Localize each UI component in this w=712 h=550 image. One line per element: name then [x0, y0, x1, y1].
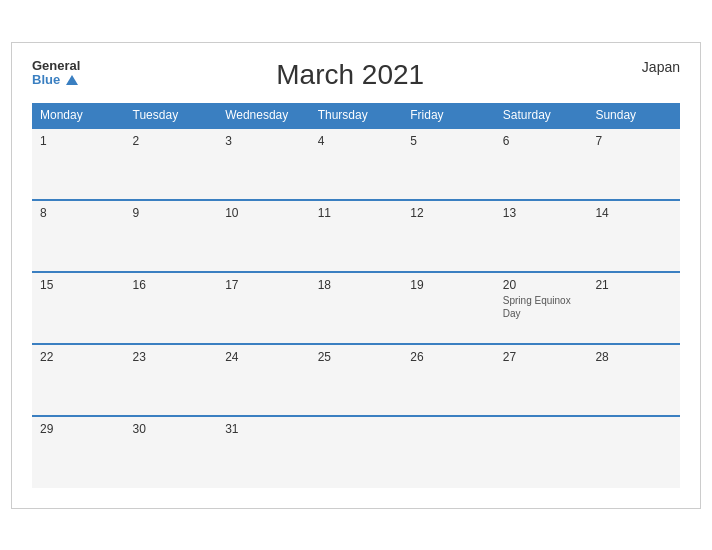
- calendar-cell: 2: [125, 128, 218, 200]
- day-number: 26: [410, 350, 487, 364]
- day-number: 17: [225, 278, 302, 292]
- column-header-sunday: Sunday: [587, 103, 680, 128]
- calendar-cell: 24: [217, 344, 310, 416]
- calendar-header-row: MondayTuesdayWednesdayThursdayFridaySatu…: [32, 103, 680, 128]
- day-number: 24: [225, 350, 302, 364]
- day-number: 7: [595, 134, 672, 148]
- day-number: 31: [225, 422, 302, 436]
- calendar-cell: 17: [217, 272, 310, 344]
- column-header-monday: Monday: [32, 103, 125, 128]
- calendar-cell: 29: [32, 416, 125, 488]
- day-number: 18: [318, 278, 395, 292]
- day-number: 3: [225, 134, 302, 148]
- day-number: 19: [410, 278, 487, 292]
- day-number: 23: [133, 350, 210, 364]
- calendar-cell: 8: [32, 200, 125, 272]
- calendar-cell: 27: [495, 344, 588, 416]
- calendar-cell: 3: [217, 128, 310, 200]
- calendar-cell: 6: [495, 128, 588, 200]
- calendar-cell: 21: [587, 272, 680, 344]
- calendar-cell: [495, 416, 588, 488]
- column-header-friday: Friday: [402, 103, 495, 128]
- day-number: 29: [40, 422, 117, 436]
- calendar-cell: 23: [125, 344, 218, 416]
- logo-general-text: General: [32, 59, 80, 73]
- week-row-3: 151617181920Spring Equinox Day21: [32, 272, 680, 344]
- calendar-cell: 31: [217, 416, 310, 488]
- logo: General Blue: [32, 59, 80, 88]
- week-row-1: 1234567: [32, 128, 680, 200]
- column-header-wednesday: Wednesday: [217, 103, 310, 128]
- column-header-tuesday: Tuesday: [125, 103, 218, 128]
- day-number: 16: [133, 278, 210, 292]
- day-number: 15: [40, 278, 117, 292]
- calendar-cell: 15: [32, 272, 125, 344]
- calendar-cell: 20Spring Equinox Day: [495, 272, 588, 344]
- calendar-cell: 9: [125, 200, 218, 272]
- calendar-cell: [587, 416, 680, 488]
- day-number: 6: [503, 134, 580, 148]
- calendar-cell: [402, 416, 495, 488]
- calendar-cell: 5: [402, 128, 495, 200]
- day-number: 8: [40, 206, 117, 220]
- day-number: 2: [133, 134, 210, 148]
- day-number: 14: [595, 206, 672, 220]
- week-row-4: 22232425262728: [32, 344, 680, 416]
- day-number: 21: [595, 278, 672, 292]
- day-number: 22: [40, 350, 117, 364]
- logo-blue-label: Blue: [32, 72, 60, 87]
- calendar-grid: MondayTuesdayWednesdayThursdayFridaySatu…: [32, 103, 680, 488]
- calendar-country: Japan: [620, 59, 680, 75]
- day-number: 27: [503, 350, 580, 364]
- calendar-cell: 11: [310, 200, 403, 272]
- day-number: 13: [503, 206, 580, 220]
- calendar-container: General Blue March 2021 Japan MondayTues…: [11, 42, 701, 509]
- logo-blue-text: Blue: [32, 73, 80, 87]
- calendar-cell: 14: [587, 200, 680, 272]
- calendar-cell: 16: [125, 272, 218, 344]
- calendar-cell: 18: [310, 272, 403, 344]
- calendar-cell: 7: [587, 128, 680, 200]
- calendar-header: General Blue March 2021 Japan: [32, 59, 680, 91]
- week-row-5: 293031: [32, 416, 680, 488]
- calendar-cell: 22: [32, 344, 125, 416]
- day-number: 11: [318, 206, 395, 220]
- day-number: 1: [40, 134, 117, 148]
- calendar-cell: 28: [587, 344, 680, 416]
- calendar-title: March 2021: [80, 59, 620, 91]
- calendar-cell: 30: [125, 416, 218, 488]
- day-number: 10: [225, 206, 302, 220]
- day-number: 5: [410, 134, 487, 148]
- logo-triangle-icon: [66, 75, 78, 85]
- calendar-cell: 13: [495, 200, 588, 272]
- week-row-2: 891011121314: [32, 200, 680, 272]
- calendar-cell: [310, 416, 403, 488]
- calendar-cell: 26: [402, 344, 495, 416]
- calendar-cell: 19: [402, 272, 495, 344]
- calendar-event: Spring Equinox Day: [503, 294, 580, 320]
- day-number: 30: [133, 422, 210, 436]
- day-number: 28: [595, 350, 672, 364]
- day-number: 12: [410, 206, 487, 220]
- calendar-cell: 1: [32, 128, 125, 200]
- calendar-cell: 25: [310, 344, 403, 416]
- calendar-cell: 12: [402, 200, 495, 272]
- calendar-cell: 10: [217, 200, 310, 272]
- day-number: 20: [503, 278, 580, 292]
- day-number: 4: [318, 134, 395, 148]
- day-number: 9: [133, 206, 210, 220]
- column-header-thursday: Thursday: [310, 103, 403, 128]
- day-number: 25: [318, 350, 395, 364]
- column-header-saturday: Saturday: [495, 103, 588, 128]
- calendar-cell: 4: [310, 128, 403, 200]
